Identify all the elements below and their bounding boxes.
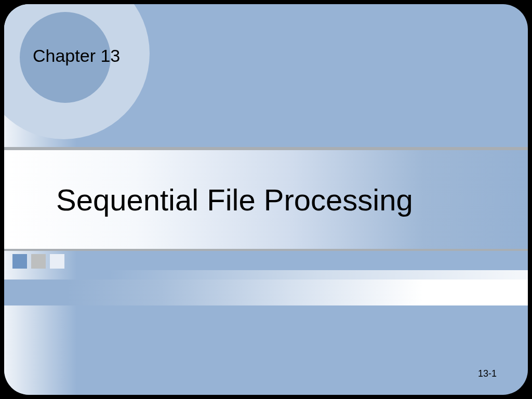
chapter-label: Chapter 13 — [33, 46, 120, 66]
accent-square-blue — [12, 254, 27, 269]
lower-stripe — [4, 280, 528, 305]
slide: Chapter 13 Sequential File Processing 13… — [4, 4, 528, 395]
title-band: Sequential File Processing — [4, 147, 528, 251]
accent-row — [4, 254, 528, 270]
accent-square-gray — [31, 254, 46, 269]
slide-title: Sequential File Processing — [4, 182, 413, 217]
accent-square-light — [50, 254, 64, 269]
page-number: 13-1 — [478, 368, 497, 379]
